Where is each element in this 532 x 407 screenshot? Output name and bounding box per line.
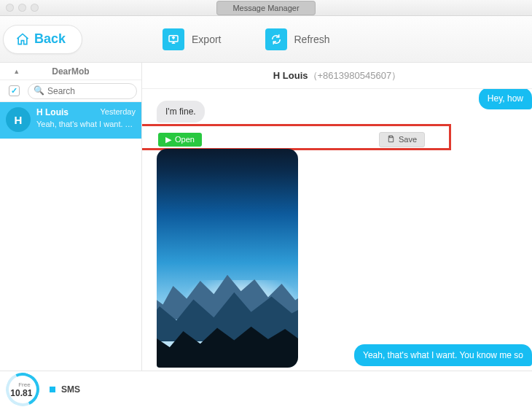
sidebar-header[interactable]: ▲ DearMob (0, 63, 141, 80)
category-label: SMS (61, 384, 80, 395)
brand-label: DearMob (52, 66, 89, 77)
outgoing-message: Hey, how (479, 89, 532, 109)
storage-gauge: Free 10.81 (1, 368, 44, 407)
attachment-toolbar: ▶ Open Save (157, 130, 310, 149)
search-row: ✓ 🔍 (0, 80, 141, 102)
top-toolbar: Back Export Refresh (0, 16, 532, 63)
search-icon: 🔍 (34, 85, 44, 96)
traffic-light-zoom[interactable] (31, 4, 39, 12)
sidebar: ▲ DearMob ✓ 🔍 H H Louis Yesterday Yeah, … (0, 63, 142, 371)
incoming-message: I'm fine. (157, 101, 205, 123)
sort-icon: ▲ (13, 68, 20, 75)
traffic-lights (6, 4, 39, 12)
conversation-time: Yesterday (100, 107, 136, 117)
chat-header-name: H Louis (273, 70, 308, 81)
bottom-bar: Free 10.81 SMS (0, 371, 532, 407)
refresh-label: Refresh (294, 34, 330, 45)
window-titlebar: Message Manager (0, 0, 532, 16)
attachment-block: ▶ Open Save (157, 130, 310, 368)
storage-label: Free (18, 381, 30, 387)
export-icon (163, 28, 184, 50)
category-color-swatch (50, 387, 55, 392)
save-label: Save (399, 135, 417, 144)
export-button[interactable]: Export (163, 28, 221, 50)
home-icon (15, 32, 30, 47)
conversation-preview: Yeah, that's what I want. You kno... (36, 120, 136, 128)
traffic-light-minimize[interactable] (18, 4, 26, 12)
chat-header: H Louis （+8613980545607） (142, 63, 532, 89)
conversation-name: H Louis (36, 107, 69, 117)
storage-value: 10.81 (10, 387, 32, 398)
outgoing-message: Yeah, that's what I want. You know me so (354, 344, 532, 366)
svg-rect-1 (390, 136, 393, 137)
back-label: Back (34, 31, 66, 47)
open-label: Open (175, 135, 195, 144)
refresh-button[interactable]: Refresh (265, 28, 330, 50)
export-label: Export (192, 34, 221, 45)
attachment-image[interactable] (157, 149, 298, 368)
refresh-icon (265, 28, 287, 50)
save-icon (387, 135, 395, 144)
chat-body: Hey, how I'm fine. ▶ Open Sa (142, 89, 532, 371)
open-button[interactable]: ▶ Open (158, 133, 202, 147)
select-all-checkbox[interactable]: ✓ (9, 85, 20, 96)
chat-header-phone: （+8613980545607） (308, 69, 402, 82)
conversation-item[interactable]: H H Louis Yesterday Yeah, that's what I … (0, 102, 141, 139)
window-title: Message Manager (216, 1, 315, 15)
play-icon: ▶ (165, 135, 171, 144)
traffic-light-close[interactable] (6, 4, 14, 12)
chat-pane: H Louis （+8613980545607） Hey, how I'm fi… (142, 63, 532, 371)
save-button[interactable]: Save (379, 132, 425, 147)
avatar: H (6, 107, 31, 132)
back-button[interactable]: Back (3, 25, 82, 54)
